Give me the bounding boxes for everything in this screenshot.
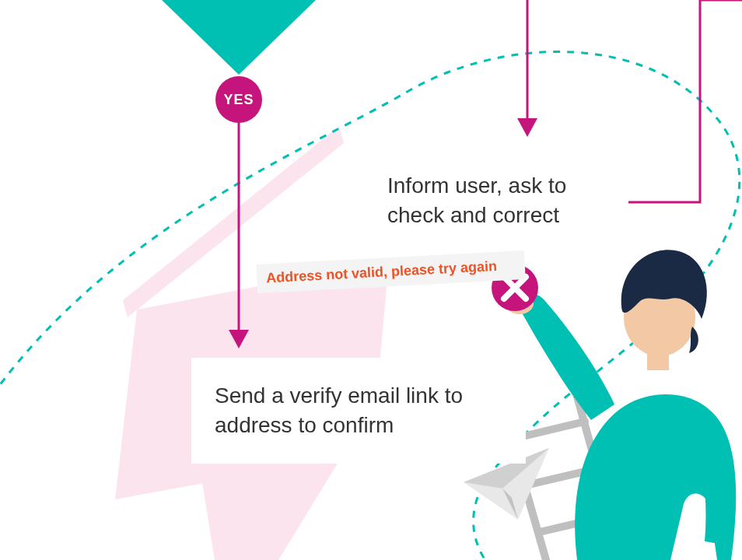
arrowhead-down <box>517 118 537 137</box>
svg-rect-10 <box>647 348 669 370</box>
decision-triangle <box>162 0 316 75</box>
step-verify-box: Send a verify email link to address to c… <box>191 358 526 464</box>
person-illustration <box>506 250 736 560</box>
step-inform-box: Inform user, ask to check and correct <box>364 148 628 254</box>
step-inform-text: Inform user, ask to check and correct <box>387 173 566 227</box>
decision-yes-badge: YES <box>215 76 262 123</box>
step-verify-text: Send a verify email link to address to c… <box>215 383 463 437</box>
flow-diagram: YES Inform user, ask to check and correc… <box>0 0 742 560</box>
